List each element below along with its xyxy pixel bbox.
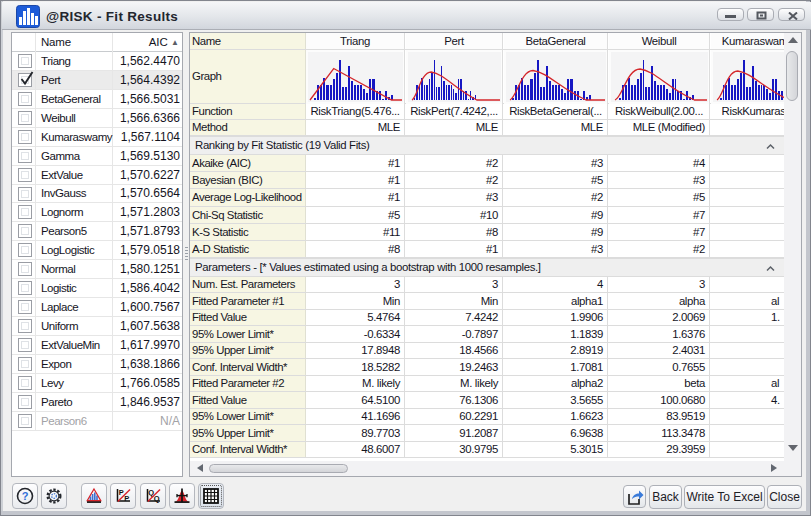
svg-text:?: ? (22, 490, 29, 502)
